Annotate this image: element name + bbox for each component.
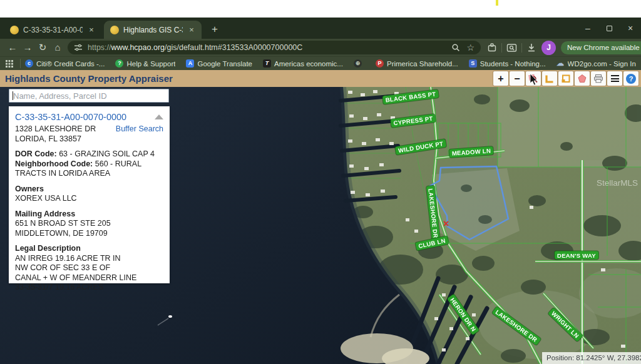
neighborhood-row: Neighborhood Code: 560 - RURAL TRACTS IN… [15, 159, 163, 179]
street-label: DEAN'S WAY [555, 251, 598, 260]
owners-section: Owners XOREX USA LLC [15, 185, 163, 204]
collapse-caret-icon[interactable] [155, 114, 163, 119]
bookmark-americas-economic[interactable]: TAmericas economic... [263, 59, 343, 68]
stellar-mls-watermark: StellarMLS [597, 178, 638, 188]
bookmark-students[interactable]: SStudents - Nothing... [469, 59, 546, 68]
ruler-icon [545, 74, 555, 84]
minimize-button[interactable]: – [577, 18, 598, 39]
help-button[interactable]: ? [623, 71, 638, 86]
tab-parcel-page[interactable]: C-33-35-31-A00-0070-0000 - H × [4, 21, 101, 39]
tab-close-icon[interactable]: × [187, 25, 197, 35]
forward-button[interactable]: → [20, 40, 35, 55]
primerica-icon: P [376, 59, 384, 68]
mouse-cursor [530, 74, 540, 86]
legal-section: Legal Description AN IRREG 19.16 ACRE TR… [15, 244, 163, 293]
app-header: Highlands County Property Appraiser + − … [0, 70, 641, 87]
new-tab-button[interactable]: + [207, 21, 223, 38]
zoom-page-icon[interactable] [451, 43, 460, 52]
chrome-update-button[interactable]: New Chrome available ⋮ [561, 41, 641, 54]
polygon-select-button[interactable] [575, 71, 590, 86]
close-button[interactable]: × [620, 18, 641, 39]
yellow-marker [496, 0, 498, 6]
apps-grid-icon[interactable] [6, 60, 13, 68]
site-address-line1: 1328 LAKESHORE DR [15, 124, 96, 134]
bookmark-primerica[interactable]: PPrimerica Sharehold... [376, 59, 458, 68]
site-info-icon[interactable] [74, 43, 83, 52]
home-button[interactable]: ⌂ [50, 40, 65, 55]
download-icon[interactable] [526, 43, 536, 53]
window-controls: – × [577, 18, 641, 39]
buffer-search-link[interactable]: Buffer Search [116, 124, 163, 134]
help-icon: ? [626, 74, 636, 84]
extensions-icon[interactable] [487, 43, 497, 53]
area-measure-button[interactable] [558, 71, 573, 86]
translate-icon: A [186, 59, 194, 68]
tab-search-icon[interactable] [506, 43, 517, 53]
hcpao-favicon [110, 26, 119, 34]
restore-button[interactable] [598, 18, 620, 39]
polygon-icon [577, 74, 587, 84]
hamburger-icon [611, 75, 619, 82]
browser-toolbar: ← → ↻ ⌂ https://www.hcpao.org/gis/defaul… [0, 39, 641, 56]
bookmark-wd2go[interactable]: ☁WD2go.com - Sign In [556, 59, 636, 68]
bookmark-globe[interactable]: ⊕ [354, 59, 365, 68]
dor-code-row: DOR Code: 63 - GRAZING SOIL CAP 4 [15, 149, 163, 159]
hcpao-favicon [10, 26, 19, 34]
tab-title: Highlands GIS C-33-35-31-A00 [123, 26, 183, 34]
tab-gis-page[interactable]: Highlands GIS C-33-35-31-A00 × [104, 21, 202, 39]
divider [521, 43, 522, 53]
globe-icon: ⊕ [354, 59, 362, 68]
position-readout: Position: 81.2425° W, 27.3982° N [542, 352, 641, 364]
tab-title: C-33-35-31-A00-0070-0000 - H [23, 26, 83, 34]
bookmark-citi-cards[interactable]: cCiti® Credit Cards -... [25, 59, 105, 68]
text-caret [13, 91, 13, 100]
profile-avatar[interactable]: J [541, 41, 556, 55]
reload-button[interactable]: ↻ [35, 40, 50, 55]
menu-button[interactable] [607, 71, 622, 86]
students-icon: S [469, 59, 477, 68]
t-icon: T [263, 59, 271, 68]
mailing-section: Mailing Address 651 N BROAD ST STE 205 M… [15, 210, 163, 239]
zoom-out-button[interactable]: − [510, 71, 525, 86]
gis-toolbar: + − ? [493, 71, 638, 86]
area-icon [561, 74, 571, 84]
tab-strip: C-33-35-31-A00-0070-0000 - H × Highlands… [0, 18, 641, 39]
bookmarks-bar: cCiti® Credit Cards -... ?Help & Support… [0, 56, 641, 70]
citi-icon: c [25, 59, 33, 68]
printer-icon [593, 74, 603, 84]
parcel-info-card: C-33-35-31-A00-0070-0000 1328 LAKESHORE … [9, 106, 170, 283]
back-button[interactable]: ← [5, 40, 20, 55]
print-button[interactable] [591, 71, 606, 86]
tab-close-icon[interactable]: × [86, 25, 96, 35]
divider [501, 43, 502, 53]
bookmark-help-support[interactable]: ?Help & Support [115, 59, 175, 68]
zoom-in-button[interactable]: + [493, 71, 508, 86]
url-text: https://www.hcpao.org/gis/default.htm#31… [88, 43, 445, 52]
restore-icon [607, 26, 612, 31]
help-icon: ? [115, 59, 123, 68]
cloud-icon: ☁ [556, 59, 565, 68]
address-bar[interactable]: https://www.hcpao.org/gis/default.htm#31… [68, 41, 481, 54]
bookmark-google-translate[interactable]: AGoogle Translate [186, 59, 252, 68]
window-top-strip [0, 0, 641, 18]
search-input[interactable] [9, 89, 169, 103]
chrome-update-label: New Chrome available [567, 44, 640, 51]
site-address-line2: LORIDA, FL 33857 [15, 134, 163, 144]
parcel-id-link[interactable]: C-33-35-31-A00-0070-0000 [15, 112, 126, 123]
divider [20, 59, 21, 68]
bookmark-star-icon[interactable]: ☆ [466, 43, 474, 53]
measure-button[interactable] [542, 71, 557, 86]
page-title: Highlands County Property Appraiser [5, 73, 173, 84]
